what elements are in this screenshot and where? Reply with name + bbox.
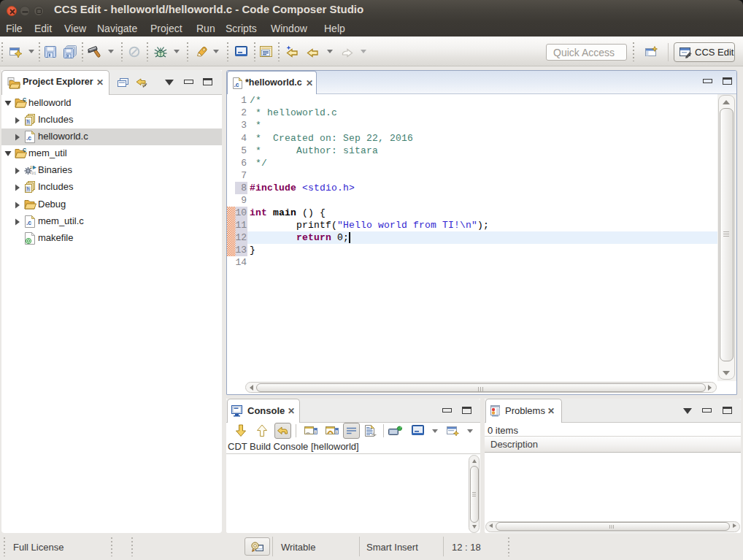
svg-text:C: C (23, 147, 26, 153)
svg-text:h: h (27, 186, 30, 191)
svg-text:.c: .c (234, 81, 239, 88)
svg-text:.c: .c (26, 134, 31, 142)
svg-text:01: 01 (31, 171, 36, 176)
svg-text:C: C (23, 97, 26, 102)
svg-text:.c: .c (26, 219, 31, 226)
svg-text:h: h (27, 119, 30, 124)
